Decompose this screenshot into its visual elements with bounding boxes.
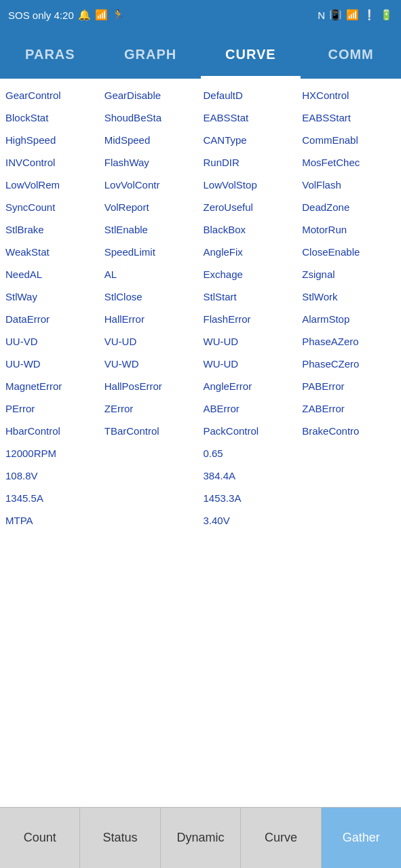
param-cell[interactable]: SpeedLimit (102, 241, 201, 263)
param-cell[interactable]: StlWork (299, 285, 398, 308)
param-cell[interactable]: StlWay (3, 285, 102, 308)
value-cell (299, 442, 398, 465)
status-text: SOS only 4:20 (8, 9, 74, 21)
param-cell[interactable]: CANType (201, 129, 300, 151)
param-cell[interactable]: LowVolStop (201, 174, 300, 196)
nfc-icon: N (318, 9, 325, 21)
param-cell[interactable]: ABError (201, 397, 300, 420)
param-cell[interactable]: PackControl (201, 420, 300, 442)
status-left: SOS only 4:20 🔔 📶 🏃 (8, 9, 125, 21)
param-cell[interactable]: LovVolContr (102, 174, 201, 196)
param-cell[interactable]: PhaseAZero (299, 330, 398, 353)
param-cell[interactable]: LowVolRem (3, 174, 102, 196)
value-cell (102, 465, 201, 487)
param-grid: GearControlGearDisableDefaultDHXControlB… (3, 84, 398, 442)
param-cell[interactable]: Zsignal (299, 263, 398, 285)
status-right: N 📳 📶 ❕ 🔋 (318, 9, 393, 21)
param-cell[interactable]: StlBrake (3, 218, 102, 241)
bottom-nav-dynamic[interactable]: Dynamic (161, 808, 241, 868)
param-cell[interactable]: HbarControl (3, 420, 102, 442)
param-cell[interactable]: BrakeContro (299, 420, 398, 442)
param-cell[interactable]: VU-WD (102, 353, 201, 375)
value-cell: 3.40V (201, 509, 300, 532)
value-cell: MTPA (3, 509, 102, 532)
param-cell[interactable]: MidSpeed (102, 129, 201, 151)
param-cell[interactable]: CommEnabl (299, 129, 398, 151)
param-cell[interactable]: HXControl (299, 84, 398, 106)
value-cell (102, 487, 201, 509)
param-cell[interactable]: VolFlash (299, 174, 398, 196)
param-cell[interactable]: Exchage (201, 263, 300, 285)
param-cell[interactable]: PError (3, 397, 102, 420)
param-cell[interactable]: FlashWay (102, 151, 201, 174)
value-cell (102, 509, 201, 532)
tab-bar: PARAS GRAPH CURVE COMM (0, 30, 401, 79)
main-content: GearControlGearDisableDefaultDHXControlB… (0, 79, 401, 537)
param-cell[interactable]: StlClose (102, 285, 201, 308)
param-cell[interactable]: RunDIR (201, 151, 300, 174)
bottom-nav-gather[interactable]: Gather (322, 808, 401, 868)
value-cell: 1345.5A (3, 487, 102, 509)
bottom-nav-count[interactable]: Count (0, 808, 80, 868)
param-cell[interactable]: WU-UD (201, 353, 300, 375)
param-cell[interactable]: VolReport (102, 196, 201, 218)
signal-icon: 📶 (95, 9, 108, 21)
param-cell[interactable]: INVControl (3, 151, 102, 174)
param-cell[interactable]: AngleError (201, 375, 300, 397)
param-cell[interactable]: AngleFix (201, 241, 300, 263)
tab-graph[interactable]: GRAPH (100, 30, 201, 79)
param-cell[interactable]: UU-WD (3, 353, 102, 375)
param-cell[interactable]: SyncCount (3, 196, 102, 218)
param-cell[interactable]: TBarControl (102, 420, 201, 442)
value-cell (299, 465, 398, 487)
param-cell[interactable]: GearDisable (102, 84, 201, 106)
tab-paras[interactable]: PARAS (0, 30, 100, 79)
param-cell[interactable]: HighSpeed (3, 129, 102, 151)
param-cell[interactable]: FlashError (201, 308, 300, 330)
param-cell[interactable]: MagnetError (3, 375, 102, 397)
param-cell[interactable]: CloseEnable (299, 241, 398, 263)
param-cell[interactable]: ZError (102, 397, 201, 420)
param-cell[interactable]: HallPosError (102, 375, 201, 397)
bell-icon: 🔔 (78, 9, 91, 21)
param-cell[interactable]: ShoudBeSta (102, 106, 201, 129)
tab-curve[interactable]: CURVE (201, 30, 301, 79)
param-cell[interactable]: BlackBox (201, 218, 300, 241)
param-cell[interactable]: MotorRun (299, 218, 398, 241)
param-cell[interactable]: AL (102, 263, 201, 285)
param-cell[interactable]: ZABError (299, 397, 398, 420)
param-cell[interactable]: WU-UD (201, 330, 300, 353)
value-cell: 108.8V (3, 465, 102, 487)
param-cell[interactable]: VU-UD (102, 330, 201, 353)
wifi-icon: 📶 (346, 9, 359, 21)
value-cell: 0.65 (201, 442, 300, 465)
param-cell[interactable]: PABError (299, 375, 398, 397)
param-cell[interactable]: AlarmStop (299, 308, 398, 330)
vibrate-icon: 📳 (329, 9, 342, 21)
param-cell[interactable]: UU-VD (3, 330, 102, 353)
warning-icon: ❕ (363, 9, 376, 21)
param-cell[interactable]: PhaseCZero (299, 353, 398, 375)
value-cell: 384.4A (201, 465, 300, 487)
value-cell (299, 487, 398, 509)
param-cell[interactable]: DeadZone (299, 196, 398, 218)
param-cell[interactable]: HallError (102, 308, 201, 330)
param-cell[interactable]: StlStart (201, 285, 300, 308)
bottom-nav-curve[interactable]: Curve (241, 808, 321, 868)
param-cell[interactable]: DefaultD (201, 84, 300, 106)
param-cell[interactable]: StlEnable (102, 218, 201, 241)
param-cell[interactable]: EABSStat (201, 106, 300, 129)
param-cell[interactable]: GearControl (3, 84, 102, 106)
param-cell[interactable]: MosFetChec (299, 151, 398, 174)
param-cell[interactable]: WeakStat (3, 241, 102, 263)
param-cell[interactable]: DataError (3, 308, 102, 330)
tab-comm[interactable]: COMM (301, 30, 401, 79)
param-cell[interactable]: BlockStat (3, 106, 102, 129)
avatar-icon: 🏃 (112, 9, 125, 21)
value-cell (299, 509, 398, 532)
param-cell[interactable]: ZeroUseful (201, 196, 300, 218)
bottom-nav-status[interactable]: Status (80, 808, 160, 868)
bottom-nav: Count Status Dynamic Curve Gather (0, 807, 401, 868)
param-cell[interactable]: NeedAL (3, 263, 102, 285)
param-cell[interactable]: EABSStart (299, 106, 398, 129)
